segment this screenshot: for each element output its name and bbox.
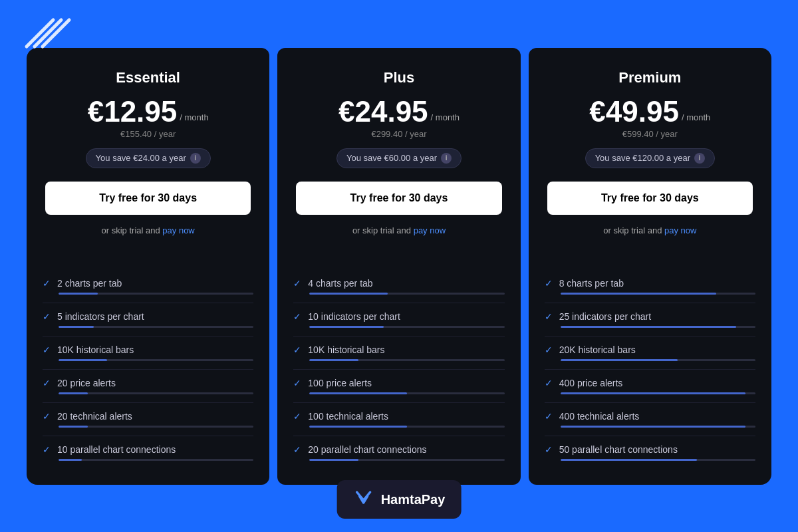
feature-text-plus-4: 100 technical alerts — [308, 411, 388, 422]
feature-text-plus-3: 100 price alerts — [308, 378, 372, 388]
feature-text-essential-1: 5 indicators per chart — [57, 311, 144, 322]
feature-text-premium-2: 20K historical bars — [559, 344, 636, 355]
progress-fill-essential-4 — [59, 426, 88, 428]
check-icon-premium-4: ✓ — [545, 411, 553, 422]
progress-fill-premium-2 — [561, 359, 678, 361]
feature-text-premium-5: 50 parallel chart connections — [559, 444, 678, 455]
progress-bg-premium-3 — [561, 392, 755, 394]
feature-row-premium-5: ✓ 50 parallel chart connections — [545, 444, 755, 455]
feature-item-essential-5: ✓ 10 parallel chart connections — [43, 436, 253, 469]
plan-top-essential: Essential €12.95 / month €155.40 / year … — [27, 48, 269, 254]
progress-fill-plus-3 — [309, 392, 407, 394]
decorative-lines — [13, 13, 73, 73]
feature-text-essential-2: 10K historical bars — [57, 344, 134, 355]
plan-price-plus: €24.95 — [338, 97, 428, 126]
pay-now-link-essential[interactable]: pay now — [162, 225, 194, 235]
feature-text-plus-0: 4 charts per tab — [308, 278, 372, 289]
progress-bg-essential-5 — [59, 459, 253, 461]
progress-fill-premium-5 — [561, 459, 697, 461]
feature-item-plus-3: ✓ 100 price alerts — [293, 370, 504, 403]
skip-trial-essential: or skip trial and pay now — [102, 225, 195, 235]
progress-fill-plus-5 — [309, 459, 358, 461]
progress-bg-plus-1 — [309, 326, 504, 328]
plan-col-essential: Essential €12.95 / month €155.40 / year … — [27, 48, 269, 485]
savings-text-plus: You save €60.00 a year — [346, 153, 437, 163]
progress-fill-plus-0 — [309, 293, 387, 295]
progress-bg-essential-3 — [59, 392, 253, 394]
feature-item-premium-4: ✓ 400 technical alerts — [545, 403, 755, 436]
check-icon-essential-4: ✓ — [43, 411, 51, 422]
progress-fill-premium-4 — [561, 426, 746, 428]
progress-fill-essential-2 — [59, 359, 107, 361]
plan-yearly-plus: €299.40 / year — [371, 129, 426, 139]
feature-item-plus-1: ✓ 10 indicators per chart — [293, 303, 504, 336]
progress-bg-plus-4 — [309, 426, 504, 428]
check-icon-premium-0: ✓ — [545, 278, 553, 289]
progress-bg-essential-1 — [59, 326, 253, 328]
feature-item-premium-0: ✓ 8 charts per tab — [545, 270, 755, 303]
progress-fill-essential-1 — [59, 326, 94, 328]
feature-item-plus-0: ✓ 4 charts per tab — [293, 270, 504, 303]
plan-price-row-premium: €49.95 / month — [589, 97, 710, 126]
check-icon-premium-1: ✓ — [545, 311, 553, 322]
plan-price-essential: €12.95 — [88, 97, 178, 126]
feature-row-plus-4: ✓ 100 technical alerts — [293, 411, 504, 422]
feature-row-premium-2: ✓ 20K historical bars — [545, 344, 755, 355]
feature-text-premium-0: 8 charts per tab — [559, 278, 624, 289]
savings-badge-premium: You save €120.00 a year i — [585, 148, 715, 168]
feature-row-essential-5: ✓ 10 parallel chart connections — [43, 444, 253, 455]
pay-now-link-plus[interactable]: pay now — [414, 225, 446, 235]
plan-per-month-premium: / month — [682, 112, 710, 122]
progress-bg-plus-0 — [309, 293, 504, 295]
check-icon-plus-5: ✓ — [293, 444, 301, 455]
savings-badge-plus: You save €60.00 a year i — [336, 148, 462, 168]
feature-row-essential-0: ✓ 2 charts per tab — [43, 278, 253, 289]
watermark: HamtaPay — [337, 480, 462, 519]
feature-row-plus-2: ✓ 10K historical bars — [293, 344, 504, 355]
feature-item-plus-2: ✓ 10K historical bars — [293, 336, 504, 370]
feature-item-essential-0: ✓ 2 charts per tab — [43, 270, 253, 303]
try-btn-essential[interactable]: Try free for 30 days — [45, 182, 251, 215]
info-icon-essential[interactable]: i — [190, 153, 201, 164]
pay-now-link-premium[interactable]: pay now — [664, 225, 696, 235]
progress-fill-premium-1 — [561, 326, 736, 328]
feature-text-essential-5: 10 parallel chart connections — [57, 444, 176, 455]
plan-name-premium: Premium — [618, 69, 681, 86]
progress-bg-essential-0 — [59, 293, 253, 295]
feature-text-essential-3: 20 price alerts — [57, 378, 116, 388]
feature-item-essential-4: ✓ 20 technical alerts — [43, 403, 253, 436]
watermark-text: HamtaPay — [381, 492, 446, 507]
plan-col-premium: Premium €49.95 / month €599.40 / year Yo… — [529, 48, 771, 485]
check-icon-plus-3: ✓ — [293, 378, 301, 388]
savings-text-premium: You save €120.00 a year — [595, 153, 690, 163]
try-btn-plus[interactable]: Try free for 30 days — [296, 182, 501, 215]
feature-item-premium-1: ✓ 25 indicators per chart — [545, 303, 755, 336]
feature-item-plus-5: ✓ 20 parallel chart connections — [293, 436, 504, 469]
plan-yearly-premium: €599.40 / year — [622, 129, 678, 139]
watermark-logo — [353, 487, 374, 512]
feature-row-plus-1: ✓ 10 indicators per chart — [293, 311, 504, 322]
progress-bg-plus-5 — [309, 459, 504, 461]
plan-per-month-plus: / month — [431, 112, 460, 122]
feature-item-essential-1: ✓ 5 indicators per chart — [43, 303, 253, 336]
feature-text-essential-0: 2 charts per tab — [57, 278, 122, 289]
try-btn-premium[interactable]: Try free for 30 days — [547, 182, 753, 215]
progress-fill-premium-0 — [561, 293, 717, 295]
skip-trial-plus: or skip trial and pay now — [352, 225, 446, 235]
info-icon-plus[interactable]: i — [441, 153, 452, 164]
progress-bg-plus-2 — [309, 359, 504, 361]
plan-bottom-premium: ✓ 8 charts per tab ✓ 25 indicators per c… — [529, 254, 771, 485]
plan-yearly-essential: €155.40 / year — [120, 129, 176, 139]
info-icon-premium[interactable]: i — [694, 153, 705, 164]
plan-price-row-essential: €12.95 / month — [88, 97, 209, 126]
feature-item-premium-2: ✓ 20K historical bars — [545, 336, 755, 370]
progress-bg-essential-4 — [59, 426, 253, 428]
check-icon-essential-0: ✓ — [43, 278, 51, 289]
plan-top-plus: Plus €24.95 / month €299.40 / year You s… — [277, 48, 520, 254]
progress-fill-premium-3 — [561, 392, 746, 394]
progress-bg-plus-3 — [309, 392, 504, 394]
progress-fill-plus-1 — [309, 326, 383, 328]
check-icon-essential-3: ✓ — [43, 378, 51, 388]
progress-fill-essential-3 — [59, 392, 88, 394]
plan-price-premium: €49.95 — [589, 97, 679, 126]
